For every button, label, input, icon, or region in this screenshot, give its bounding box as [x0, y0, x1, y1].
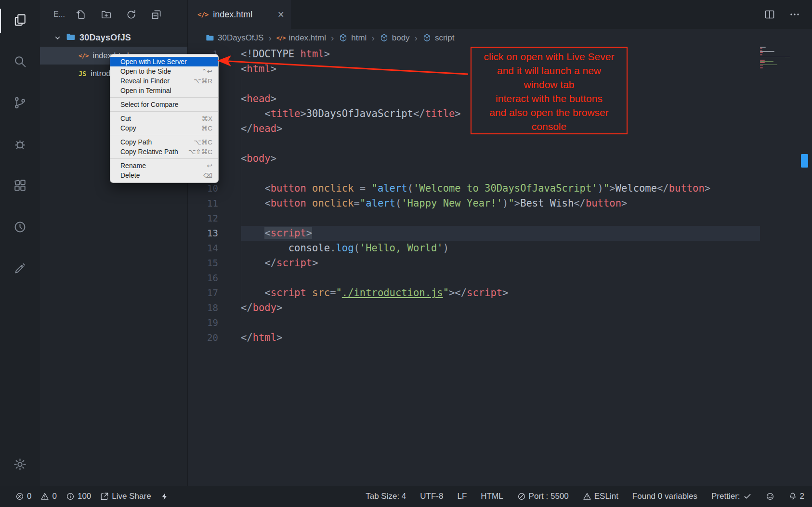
activity-history-button[interactable]: [0, 207, 40, 248]
status-label: 2: [800, 492, 804, 501]
code-line[interactable]: </html>: [241, 330, 760, 345]
code-line[interactable]: <script>: [241, 226, 760, 241]
status-label: UTF-8: [420, 492, 443, 501]
refresh-button[interactable]: [126, 9, 137, 20]
breadcrumb-item-body[interactable]: body: [380, 33, 410, 43]
code-token: </: [264, 257, 276, 269]
menu-item-label: Cut: [120, 115, 131, 122]
code-token: (: [407, 182, 413, 194]
tab-close-icon[interactable]: ×: [278, 9, 284, 20]
code-line[interactable]: [241, 211, 760, 226]
code-token: 'Happy New Year!': [401, 197, 502, 209]
code-line[interactable]: </body>: [241, 300, 760, 315]
menu-item-select-for-compare[interactable]: Select for Compare: [110, 100, 218, 109]
breadcrumb-item-index.html[interactable]: </>index.html: [276, 33, 326, 43]
menu-item-shortcut: ⌫: [203, 171, 212, 179]
code-token: [241, 108, 264, 119]
code-line[interactable]: console.log('Hello, World'): [241, 241, 760, 256]
code-line[interactable]: [241, 271, 760, 286]
code-token: .: [330, 242, 336, 254]
breadcrumb-label: 30DaysOfJS: [218, 33, 263, 43]
code-line[interactable]: <body>: [241, 151, 760, 166]
code-token: </: [574, 197, 586, 209]
root-folder-row[interactable]: 30DaysOfJS: [40, 29, 187, 47]
status-eol[interactable]: LF: [457, 492, 467, 501]
activity-extensions-button[interactable]: [0, 166, 40, 207]
code-token: </: [241, 332, 253, 343]
code-row: 17 <script src="./introduction.js"></scr…: [187, 286, 812, 300]
split-editor-icon[interactable]: [764, 9, 775, 20]
breadcrumb-item-script[interactable]: script: [422, 33, 455, 43]
line-number: 12: [187, 211, 241, 226]
menu-item-delete[interactable]: Delete⌫: [110, 170, 218, 180]
code-token: >: [502, 287, 508, 299]
menu-item-open-with-live-server[interactable]: Open with Live Server: [110, 57, 218, 66]
code-line[interactable]: </script>: [241, 256, 760, 271]
activity-debug-button[interactable]: [0, 124, 40, 166]
menu-item-copy[interactable]: Copy⌘C: [110, 123, 218, 133]
status-port[interactable]: Port : 5500: [517, 492, 569, 501]
sidebar-actions: [76, 9, 162, 20]
status-problems-warnings[interactable]: 0: [40, 492, 56, 501]
menu-item-label: Reveal in Finder: [120, 77, 170, 85]
status-eslint[interactable]: ESLint: [583, 492, 618, 501]
html-file-icon: </>: [79, 52, 88, 59]
breadcrumb-separator: ›: [371, 33, 374, 43]
status-variables[interactable]: Found 0 variables: [632, 492, 697, 501]
status-info-count[interactable]: 100: [66, 492, 91, 501]
breadcrumb-item-html[interactable]: html: [339, 33, 367, 43]
code-line[interactable]: <button onclick="alert('Happy New Year!'…: [241, 196, 760, 211]
menu-item-reveal-in-finder[interactable]: Reveal in Finder⌥⌘R: [110, 76, 218, 86]
status-feedback-smiley[interactable]: [766, 492, 774, 501]
menu-item-open-to-the-side[interactable]: Open to the Side⌃↩: [110, 66, 218, 76]
menu-item-copy-relative-path[interactable]: Copy Relative Path⌥⇧⌘C: [110, 147, 218, 156]
menu-item-label: Rename: [120, 162, 146, 169]
status-language-mode[interactable]: HTML: [481, 492, 503, 501]
status-tab-size[interactable]: Tab Size: 4: [366, 492, 406, 501]
code-token: src: [306, 287, 330, 299]
code-token: Best Wish: [520, 197, 574, 209]
menu-item-open-in-terminal[interactable]: Open in Terminal: [110, 86, 218, 95]
code-row: 19: [187, 315, 812, 330]
code-line[interactable]: <script src="./introduction.js"></script…: [241, 286, 760, 300]
code-line[interactable]: [241, 166, 760, 181]
symbol-icon: [422, 33, 432, 42]
code-token: body: [247, 153, 270, 164]
code-token: button: [271, 197, 306, 209]
activity-explorer-button[interactable]: [0, 0, 40, 41]
code-token: title: [271, 108, 301, 119]
status-prettier[interactable]: Prettier:: [711, 492, 752, 501]
status-encoding[interactable]: UTF-8: [420, 492, 443, 501]
code-token: </: [657, 182, 669, 194]
code-token: </: [241, 302, 253, 313]
code-line[interactable]: <button onclick = "alert('Welcome to 30D…: [241, 181, 760, 196]
activity-feedback-button[interactable]: [0, 248, 40, 290]
menu-item-label: Select for Compare: [120, 101, 179, 108]
menu-item-cut[interactable]: Cut⌘X: [110, 114, 218, 123]
menu-item-copy-path[interactable]: Copy Path⌥⌘C: [110, 137, 218, 147]
code-token: script: [467, 287, 502, 299]
collapse-all-button[interactable]: [151, 9, 162, 20]
breadcrumb-item-30DaysOfJS[interactable]: 30DaysOfJS: [205, 33, 263, 43]
code-line[interactable]: [241, 315, 760, 330]
code-token: [241, 287, 264, 299]
code-token: <: [241, 93, 247, 104]
status-live-share[interactable]: Live Share: [100, 492, 151, 501]
activity-settings-button[interactable]: [0, 444, 40, 486]
new-folder-button[interactable]: [101, 9, 112, 20]
more-actions-icon[interactable]: [789, 9, 800, 20]
activity-source-control-button[interactable]: [0, 83, 40, 124]
activity-search-button[interactable]: [0, 41, 40, 83]
line-number: 13: [187, 226, 241, 241]
status-problems-errors[interactable]: 0: [15, 492, 31, 501]
menu-item-label: Copy: [120, 124, 136, 132]
code-line[interactable]: [241, 136, 760, 151]
menu-item-rename[interactable]: Rename↩: [110, 161, 218, 170]
new-file-button[interactable]: [76, 9, 87, 20]
status-notifications[interactable]: 2: [788, 492, 804, 501]
line-number: 14: [187, 241, 241, 256]
tab-index-html[interactable]: </> index.html ×: [188, 0, 291, 29]
status-go-live[interactable]: [160, 492, 169, 501]
code-token: >: [455, 108, 460, 119]
warning-icon: [40, 492, 49, 501]
